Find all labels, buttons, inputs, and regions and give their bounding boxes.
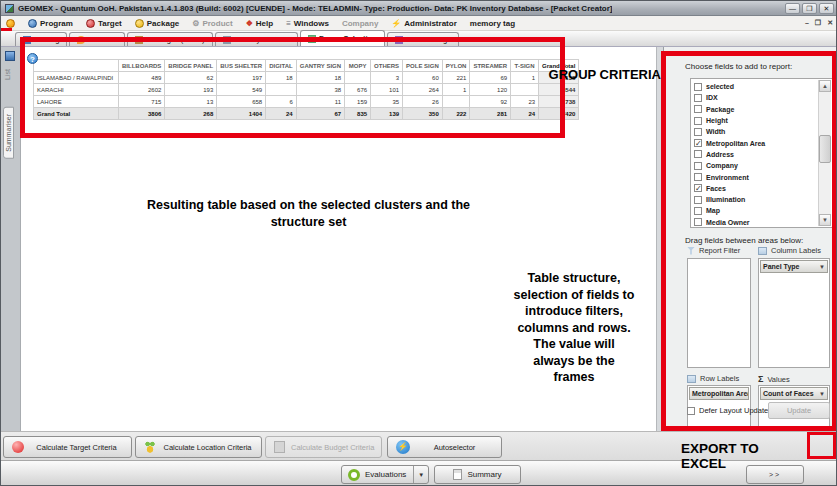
field-item-height[interactable]: Height xyxy=(694,115,816,126)
menu-item-app[interactable] xyxy=(6,19,15,28)
field-item-package[interactable]: Package xyxy=(694,104,816,115)
menu-item-windows[interactable]: ≡Windows xyxy=(286,19,329,28)
pivot-table: BILLBOARDSBRIDGE PANELBUS SHELTERDIGITAL… xyxy=(33,59,579,120)
minimize-button[interactable]: — xyxy=(785,3,800,14)
update-button[interactable]: Update xyxy=(768,402,830,419)
vertical-tab-list[interactable]: List xyxy=(4,69,11,80)
menu-item-target[interactable]: Target xyxy=(86,19,122,28)
field-list-scrollbar[interactable]: ▲ ▼ xyxy=(818,80,831,226)
chevron-down-icon: ▼ xyxy=(819,264,825,270)
mdi-close-button[interactable]: ✕ xyxy=(827,19,833,27)
field-item-width[interactable]: Width xyxy=(694,126,816,137)
column-labels-area[interactable]: Panel Type▼ xyxy=(758,258,830,368)
field-label: Height xyxy=(706,117,728,124)
pivot-cell: 35 xyxy=(371,96,403,108)
pivot-cell: 38 xyxy=(296,84,344,96)
help-icon[interactable]: ? xyxy=(27,53,38,64)
pivot-row: LAHORE71513658611159352692231738 xyxy=(34,96,579,108)
field-item-media-owner[interactable]: Media Owner xyxy=(694,217,816,228)
calculate-target-criteria-button[interactable]: Calculate Target Criteria xyxy=(3,436,132,458)
field-dropdown-panel-type[interactable]: Panel Type▼ xyxy=(760,260,828,273)
field-item-environment[interactable]: Environment xyxy=(694,171,816,182)
field-label: Package xyxy=(706,106,734,113)
field-label: Width xyxy=(706,128,725,135)
field-dropdown-count-of-faces[interactable]: Count of Faces▼ xyxy=(760,387,828,400)
row-labels-icon xyxy=(687,375,696,383)
field-dropdown-metropolitan-area[interactable]: Metropolitan Area▼ xyxy=(689,387,749,400)
field-label: Media Owner xyxy=(706,219,750,226)
field-checkbox[interactable] xyxy=(694,173,702,181)
menu-item-package-label: Package xyxy=(147,19,179,28)
scrollbar-thumb[interactable] xyxy=(819,135,831,163)
chevron-down-icon[interactable]: ▼ xyxy=(413,466,424,483)
action-button-label: Calculate Budget Criteria xyxy=(291,443,374,452)
summary-doc-icon xyxy=(453,469,462,480)
column-labels-icon xyxy=(758,247,767,255)
action-button-label: Calculate Target Criteria xyxy=(30,443,123,452)
packages-tab-icon xyxy=(135,36,143,44)
calculate-budget-criteria-button[interactable]: Calculate Budget Criteria xyxy=(265,436,382,458)
scroll-up-icon[interactable]: ▲ xyxy=(819,80,831,92)
field-checkbox[interactable]: ✓ xyxy=(694,139,702,147)
tab-location[interactable]: Location xyxy=(69,32,124,46)
restore-button[interactable]: ❐ xyxy=(802,3,817,14)
menu-item-memory-tag[interactable]: memory tag xyxy=(470,19,515,28)
pivot-cell: 11 xyxy=(296,96,344,108)
pivot-column-header: MOPY xyxy=(345,60,371,72)
field-checkbox[interactable] xyxy=(694,218,702,226)
menu-item-help[interactable]: ❖Help xyxy=(246,19,274,28)
calculate-location-criteria-button[interactable]: Calculate Location Criteria xyxy=(135,436,262,458)
field-item-selected[interactable]: selected xyxy=(694,81,816,92)
pivot-cell: 62 xyxy=(165,72,217,84)
close-button[interactable]: ✕ xyxy=(819,3,834,14)
menu-item-target-label: Target xyxy=(98,19,122,28)
tabstrip: BriefingLocationPackages (7.499)Sites by… xyxy=(1,31,837,47)
menu-item-administrator[interactable]: ⚡Administrator xyxy=(391,19,456,28)
tab-packages-7-499-[interactable]: Packages (7.499) xyxy=(127,32,213,46)
menu-item-company[interactable]: Company xyxy=(342,19,378,28)
values-header: Σ Values xyxy=(758,374,790,384)
pivot-cell: 24 xyxy=(266,108,297,120)
tab-briefing[interactable]: Briefing xyxy=(15,32,67,46)
tab-label: Packages (7.499) xyxy=(146,35,205,44)
tab-sites-by-attribute[interactable]: Sites by Attribute xyxy=(215,32,298,46)
menu-item-product-label: Product xyxy=(202,19,232,28)
vertical-tab-summariser[interactable]: Summariser xyxy=(3,107,14,159)
field-item-idx[interactable]: IDX xyxy=(694,92,816,103)
field-checkbox[interactable] xyxy=(694,83,702,91)
tab-geo-package[interactable]: Geo Package xyxy=(387,32,459,46)
field-item-metropolitan-area[interactable]: ✓Metropolitan Area xyxy=(694,137,816,148)
field-item-company[interactable]: Company xyxy=(694,160,816,171)
defer-layout-checkbox[interactable] xyxy=(687,407,695,415)
mdi-minimize-button[interactable]: – xyxy=(805,19,809,27)
field-checkbox[interactable] xyxy=(694,150,702,158)
mdi-restore-button[interactable]: ❐ xyxy=(815,19,821,27)
evaluations-button[interactable]: Evaluations ▼ xyxy=(341,465,429,484)
field-checkbox[interactable] xyxy=(694,207,702,215)
windows-icon: ≡ xyxy=(286,19,291,28)
field-item-illumination[interactable]: Illumination xyxy=(694,194,816,205)
pivot-cell: 6 xyxy=(266,96,297,108)
field-item-faces[interactable]: ✓Faces xyxy=(694,183,816,194)
evaluations-ring-icon xyxy=(348,469,360,481)
summary-button[interactable]: Summary xyxy=(434,465,521,484)
field-checkbox[interactable] xyxy=(694,117,702,125)
menu-item-product[interactable]: ⚙Product xyxy=(192,19,232,28)
menu-item-program[interactable]: Program xyxy=(28,19,73,28)
field-checkbox[interactable] xyxy=(694,196,702,204)
field-checkbox[interactable] xyxy=(694,162,702,170)
field-checkbox[interactable] xyxy=(694,105,702,113)
autoselector-button[interactable]: ⚡Autoselector xyxy=(387,436,502,458)
titlebar: GEOMEX - Quantum OoH. Pakistan v.1.4.1.8… xyxy=(1,1,837,16)
field-checkbox[interactable] xyxy=(694,94,702,102)
field-item-map[interactable]: Map xyxy=(694,205,816,216)
scroll-down-icon[interactable]: ▼ xyxy=(819,214,831,226)
field-checkbox[interactable] xyxy=(694,128,702,136)
tab-frame-selection[interactable]: Frame Selection xyxy=(300,30,385,46)
report-filter-area[interactable] xyxy=(687,258,751,368)
field-checkbox[interactable]: ✓ xyxy=(694,184,702,192)
menu-item-package[interactable]: Package xyxy=(135,19,179,28)
field-item-address[interactable]: Address xyxy=(694,149,816,160)
pivot-column-header: GANTRY SIGN xyxy=(296,60,344,72)
pivot-wrap: ? BILLBOARDSBRIDGE PANELBUS SHELTERDIGIT… xyxy=(33,59,579,120)
